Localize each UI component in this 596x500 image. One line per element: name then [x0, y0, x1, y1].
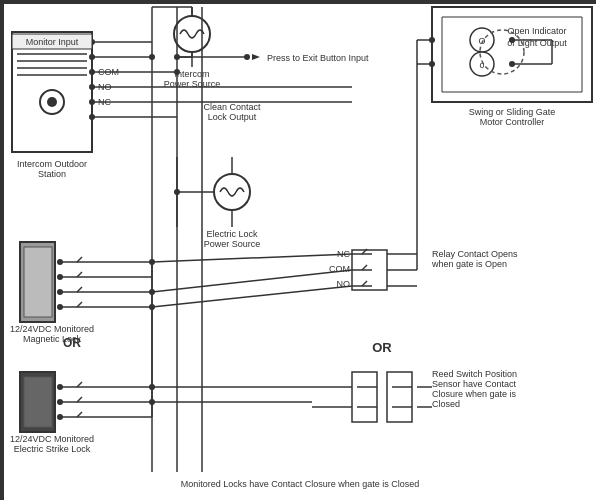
svg-point-17 — [174, 16, 210, 52]
or-label-middle: OR — [372, 340, 392, 355]
electric-lock-power-label2: Power Source — [204, 239, 261, 249]
swing-gate-label: Swing or Sliding Gate — [469, 107, 556, 117]
monitor-input-label: Monitor Input — [26, 37, 79, 47]
monitored-locks-label: Monitored Locks have Contact Closure whe… — [181, 479, 420, 489]
diagram-svg: COM NO NC Monitor Input Intercom Power S… — [2, 2, 596, 500]
relay-contact-label: Relay Contact Opens — [432, 249, 518, 259]
svg-point-9 — [47, 97, 57, 107]
svg-rect-60 — [24, 377, 52, 427]
press-to-exit-label: Press to Exit Button Input — [267, 53, 369, 63]
clean-contact-label2: Lock Output — [208, 112, 257, 122]
svg-point-31 — [149, 54, 155, 60]
electric-lock-power-label: Electric Lock — [206, 229, 258, 239]
intercom-power-source-label: Intercom — [174, 69, 209, 79]
electric-strike-label: 12/24VDC Monitored — [10, 434, 94, 444]
magnetic-lock-label2: Magnetic Lock — [23, 334, 82, 344]
svg-point-116 — [149, 289, 155, 295]
swing-gate-label2: Motor Controller — [480, 117, 545, 127]
svg-rect-42 — [24, 247, 52, 317]
svg-point-115 — [149, 259, 155, 265]
reed-switch-label: Reed Switch Position — [432, 369, 517, 379]
reed-switch-label3: Closure when gate is — [432, 389, 517, 399]
svg-point-35 — [214, 174, 250, 210]
svg-rect-84 — [387, 372, 412, 422]
intercom-outdoor-label: Intercom Outdoor — [17, 159, 87, 169]
svg-point-118 — [149, 384, 155, 390]
svg-point-119 — [149, 399, 155, 405]
wiring-diagram: COM NO NC Monitor Input Intercom Power S… — [0, 0, 596, 500]
magnetic-lock-label: 12/24VDC Monitored — [10, 324, 94, 334]
open-indicator-label: Open Indicator — [507, 26, 566, 36]
svg-rect-83 — [352, 372, 377, 422]
intercom-outdoor-label2: Station — [38, 169, 66, 179]
reed-switch-label4: Closed — [432, 399, 460, 409]
relay-contact-label2: when gate is Open — [431, 259, 507, 269]
svg-point-32 — [174, 69, 180, 75]
electric-strike-label2: Electric Strike Lock — [14, 444, 91, 454]
svg-point-117 — [149, 304, 155, 310]
clean-contact-label: Clean Contact — [203, 102, 261, 112]
svg-point-40 — [174, 189, 180, 195]
reed-switch-label2: Sensor have Contact — [432, 379, 517, 389]
svg-text:O: O — [478, 36, 485, 46]
